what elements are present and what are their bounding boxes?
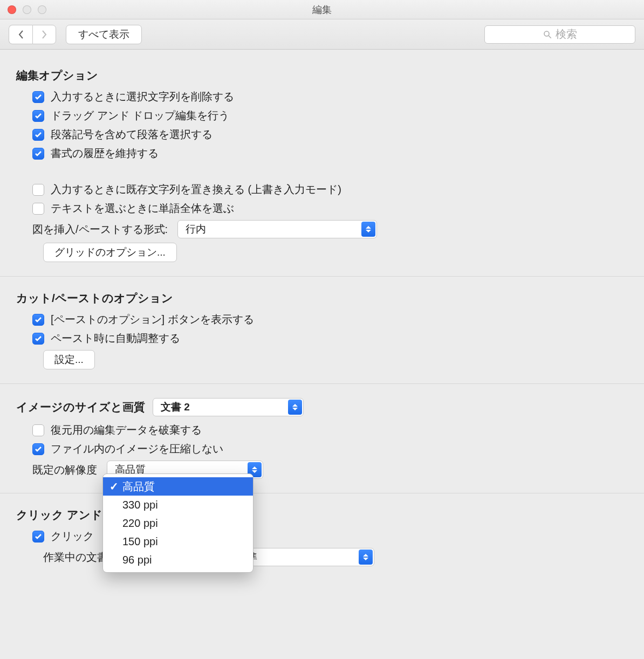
show-all-label: すべて表示 [78,28,129,42]
window-controls [8,5,46,14]
titlebar: 編集 [0,0,644,19]
forward-button[interactable] [32,25,56,44]
paste-settings-button[interactable]: 設定... [43,350,95,369]
section-cut-paste-title: カット/ペーストのオプション [16,291,628,306]
label: 入力するときに既存文字列を置き換える (上書き入力モード) [51,182,341,197]
checkbox-click-and[interactable] [32,531,44,543]
check-icon [34,445,43,454]
insert-paste-select[interactable]: 行内 [177,220,377,238]
resolution-option-high-quality[interactable]: 高品質 [103,477,253,496]
updown-icon [288,400,302,415]
paste-settings-label: 設定... [54,353,84,367]
updown-icon [359,550,373,565]
insert-paste-value: 行内 [186,222,206,236]
svg-point-0 [544,31,549,36]
back-button[interactable] [9,25,32,44]
resolution-option-330ppi[interactable]: 330 ppi [103,496,253,514]
opt-keep-format-history: 書式の履歴を維持する [32,146,628,161]
label: ファイル内のイメージを圧縮しない [51,442,223,456]
resolution-option-150ppi[interactable]: 150 ppi [103,532,253,551]
show-all-button[interactable]: すべて表示 [66,25,142,44]
search-placeholder: 検索 [556,27,577,42]
grid-options-label: グリッドのオプション... [54,245,166,259]
checkbox-drag-drop[interactable] [32,110,44,122]
close-window-button[interactable] [8,5,16,14]
check-icon [34,315,43,324]
opt-delete-selection-on-type: 入力するときに選択文字列を削除する [32,90,628,104]
minimize-window-button[interactable] [23,5,31,14]
zoom-window-button[interactable] [38,5,46,14]
content: 編集オプション 入力するときに選択文字列を削除する ドラッグ アンド ドロップ編… [0,50,644,592]
resolution-option-220ppi[interactable]: 220 ppi [103,514,253,532]
insert-paste-label: 図を挿入/ペーストする形式: [32,222,168,237]
label: 段落記号を含めて段落を選択する [51,127,213,142]
check-icon [34,131,43,139]
checkbox-discard-edit-data[interactable] [32,424,44,436]
label: ペースト時に自動調整する [51,331,180,346]
checkbox-overtype[interactable] [32,184,44,196]
chevron-right-icon [41,30,47,39]
section-editing-options-title: 編集オプション [16,68,628,83]
opt-show-paste-options: [ペーストのオプション] ボタンを表示する [32,312,628,327]
checkbox-select-para-mark[interactable] [32,129,44,141]
section-image-size-title-row: イメージのサイズと画質 文書 2 [16,398,628,416]
separator [0,383,644,384]
opt-do-not-compress-images: ファイル内のイメージを圧縮しない [32,442,628,456]
svg-line-1 [549,36,551,38]
image-size-doc-select[interactable]: 文書 2 [153,398,304,416]
check-icon [34,112,43,120]
toolbar: すべて表示 検索 [0,19,644,50]
opt-discard-edit-data: 復元用の編集データを破棄する [32,423,628,437]
separator [0,493,644,493]
checkbox-format-history[interactable] [32,148,44,160]
checkbox-no-compress[interactable] [32,443,44,455]
check-icon [34,93,43,101]
label: ドラッグ アンド ドロップ編集を行う [51,108,229,123]
label: 復元用の編集データを破棄する [51,423,202,437]
label: [ペーストのオプション] ボタンを表示する [51,312,254,327]
search-input[interactable]: 検索 [484,25,635,44]
nav-buttons [9,25,56,44]
checkbox-delete-selection[interactable] [32,91,44,103]
check-icon [34,149,43,158]
check-icon [34,334,43,343]
section-image-size-title: イメージのサイズと画質 [16,400,145,415]
resolution-dropdown-menu: 高品質 330 ppi 220 ppi 150 ppi 96 ppi [102,473,254,573]
insert-paste-format-row: 図を挿入/ペーストする形式: 行内 [32,220,628,238]
resolution-option-96ppi[interactable]: 96 ppi [103,551,253,569]
checkbox-show-paste-options[interactable] [32,314,44,326]
search-icon [543,30,552,39]
window-title: 編集 [0,3,644,16]
grid-options-row: グリッドのオプション... [43,243,628,262]
label: クリック [51,529,94,544]
label: 書式の履歴を維持する [51,146,159,161]
paste-settings-row: 設定... [43,350,628,369]
default-resolution-label: 既定の解像度 [32,463,97,477]
check-icon [34,532,43,541]
updown-icon [361,222,375,237]
opt-select-paragraph-mark: 段落記号を含めて段落を選択する [32,127,628,142]
chevron-left-icon [18,30,24,39]
checkbox-select-whole-word[interactable] [32,203,44,215]
opt-select-whole-word: テキストを選ぶときに単語全体を選ぶ [32,201,628,216]
label: テキストを選ぶときに単語全体を選ぶ [51,201,234,216]
checkbox-auto-adjust-paste[interactable] [32,333,44,345]
doc-select-value: 文書 2 [161,400,190,414]
gap [16,165,628,178]
label: 入力するときに選択文字列を削除する [51,90,234,104]
opt-auto-adjust-on-paste: ペースト時に自動調整する [32,331,628,346]
opt-overtype-mode: 入力するときに既存文字列を置き換える (上書き入力モード) [32,182,628,197]
opt-drag-drop-editing: ドラッグ アンド ドロップ編集を行う [32,108,628,123]
separator [0,276,644,277]
grid-options-button[interactable]: グリッドのオプション... [43,243,177,262]
